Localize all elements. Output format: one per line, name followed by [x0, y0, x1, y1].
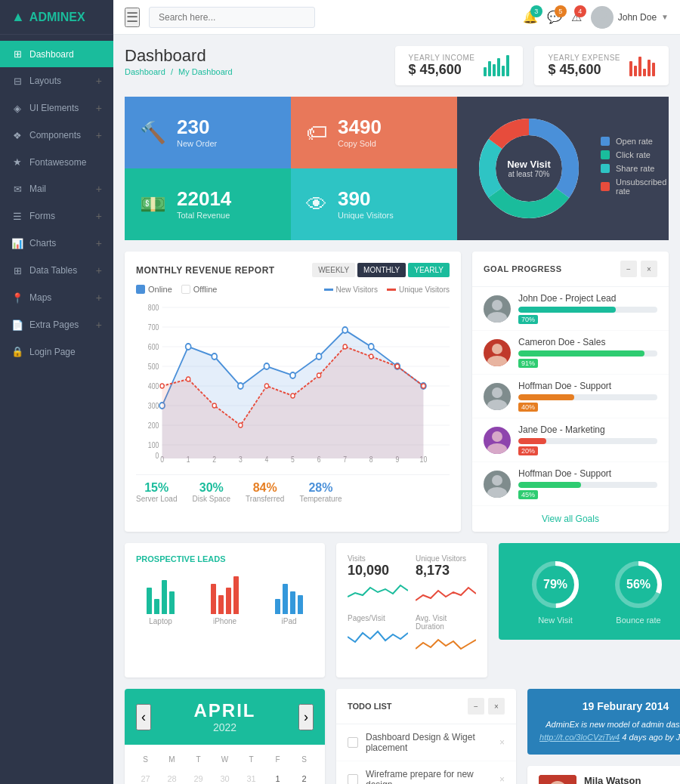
calendar-next-button[interactable]: › [298, 704, 314, 730]
offline-checkbox[interactable]: Offline [181, 285, 218, 294]
sidebar-item-label: Components [29, 130, 81, 140]
tab-weekly[interactable]: WEEKLY [312, 263, 355, 277]
sidebar-item-dashboard[interactable]: ⊞ Dashboard [0, 41, 113, 67]
chart-tabs: WEEKLY MONTHLY YEARLY [312, 263, 450, 277]
breadcrumb: Dashboard / My Dashboard [125, 67, 233, 76]
metric-unique-visitors[interactable]: 👁 390 Unique Visitors [291, 168, 457, 240]
sidebar-item-charts[interactable]: 📊 Charts + [0, 230, 113, 257]
online-checkbox[interactable]: Online [136, 285, 172, 294]
sidebar-item-layouts[interactable]: ⊟ Layouts + [0, 67, 113, 94]
svg-point-38 [212, 353, 217, 360]
chart-checkboxes: Online Offline New Visitors Unique Visit… [136, 285, 450, 294]
date-card-text: AdminEx is new model of admin dashboard … [539, 718, 680, 743]
svg-point-68 [487, 487, 507, 498]
donut-section: New Visit at least 70% Open rate Click r… [457, 97, 669, 240]
bell-notification[interactable]: 🔔 3 [523, 10, 538, 24]
bounce-label: Bounce rate [612, 616, 665, 625]
svg-point-59 [492, 300, 502, 310]
bar [169, 591, 175, 614]
metric-new-order[interactable]: 🔨 230 New Order [125, 97, 291, 168]
sidebar-item-label: Data Tables [29, 265, 77, 276]
sidebar-item-extra-pages[interactable]: 📄 Extra Pages + [0, 311, 113, 338]
sidebar-item-maps[interactable]: 📍 Maps + [0, 284, 113, 311]
goal-name: Jane Doe - Marketing [518, 424, 657, 435]
metric-value: 390 [338, 189, 394, 208]
goal-actions: − × [620, 261, 657, 277]
calendar-day[interactable]: 30 [212, 770, 238, 784]
sidebar-item-forms[interactable]: ☰ Forms + [0, 202, 113, 230]
expand-icon: + [96, 129, 102, 141]
goal-close-button[interactable]: × [641, 261, 657, 277]
ui-icon: ◈ [11, 103, 23, 114]
page-header: Dashboard Dashboard / My Dashboard YEARL… [125, 46, 669, 85]
calendar-day[interactable]: 1 [264, 770, 291, 784]
svg-point-52 [264, 384, 268, 388]
svg-point-55 [343, 344, 347, 349]
goal-name: Hoffman Doe - Support [518, 381, 657, 391]
goal-minimize-button[interactable]: − [620, 261, 637, 277]
sidebar-item-label: Fontawesome [29, 157, 86, 168]
svg-point-0 [598, 10, 607, 19]
sidebar-item-fontawesome[interactable]: ★ Fontawesome [0, 149, 113, 175]
chat-notification[interactable]: 💬 5 [547, 10, 562, 24]
pages-mini-chart [348, 625, 408, 648]
svg-text:500: 500 [148, 363, 159, 371]
goal-item-hoffman: Hoffman Doe - Support 40% [472, 375, 669, 418]
todo-minimize-button[interactable]: − [468, 698, 484, 715]
pages-visit-stat: Pages/Visit [348, 614, 408, 659]
calendar-day[interactable]: 27 [132, 770, 159, 784]
metric-server-load: 15% Server Load [136, 481, 177, 503]
circular-bounce-rate: 56% Bounce rate [612, 558, 665, 625]
metric-value: 3490 [338, 117, 382, 137]
bar [211, 584, 216, 614]
profile-name: Mila Watson [584, 775, 680, 784]
goal-pct-badge: 20% [518, 446, 538, 455]
charts-row: MONTHLY REVENUE REPORT WEEKLY MONTHLY YE… [125, 252, 669, 532]
date-card-link[interactable]: http://t.co/3loCVziTw4 [539, 733, 620, 742]
goal-pct-badge: 70% [518, 315, 538, 324]
svg-point-50 [212, 403, 216, 408]
legend-unsub-rate: Unsubscribed rate [601, 177, 666, 196]
search-input[interactable] [149, 7, 315, 28]
todo-delete-1[interactable]: × [499, 737, 505, 748]
calendar-day[interactable]: 31 [238, 770, 264, 784]
legend-dot [601, 182, 610, 191]
calendar-day[interactable]: 2 [291, 770, 317, 784]
sidebar-item-login[interactable]: 🔒 Login Page [0, 338, 113, 365]
metric-copy-sold[interactable]: 🏷 3490 Copy Sold [291, 97, 457, 168]
donut-subtitle: at least 70% [507, 170, 551, 178]
sidebar-item-data-tables[interactable]: ⊞ Data Tables + [0, 257, 113, 284]
calendar-prev-button[interactable]: ‹ [136, 704, 151, 730]
bell-badge: 3 [530, 5, 542, 17]
menu-toggle-button[interactable]: ☰ [125, 8, 140, 27]
bar [275, 599, 280, 614]
sidebar-item-components[interactable]: ❖ Components + [0, 122, 113, 149]
legend-dot [601, 150, 610, 159]
goal-header: GOAL PROGRESS − × [472, 252, 669, 287]
yearly-expense-value: $ 45,600 [548, 62, 620, 78]
sidebar-item-mail[interactable]: ✉ Mail + [0, 175, 113, 202]
todo-checkbox-1[interactable] [348, 737, 358, 748]
todo-checkbox-2[interactable] [348, 774, 358, 784]
sidebar-item-label: Layouts [29, 76, 61, 86]
calendar-day[interactable]: 29 [185, 770, 212, 784]
iphone-bars [211, 573, 239, 614]
expand-icon: + [96, 210, 102, 222]
todo-close-button[interactable]: × [488, 698, 505, 715]
calendar-day[interactable]: 28 [159, 770, 185, 784]
goal-progress-fill [518, 438, 546, 444]
view-all-goals-link[interactable]: View all Goals [472, 506, 669, 532]
alert-notification[interactable]: ⚠ 4 [571, 10, 582, 24]
svg-point-43 [342, 327, 348, 333]
svg-point-1 [594, 20, 610, 29]
metric-total-revenue[interactable]: 💵 22014 Total Revenue [125, 168, 291, 240]
ipad-bars [275, 573, 303, 614]
header-right: 🔔 3 💬 5 ⚠ 4 John Doe ▼ [523, 6, 669, 29]
sidebar: ▲ ADMINEX ⊞ Dashboard ⊟ Layouts + ◈ UI E… [0, 0, 113, 784]
todo-delete-2[interactable]: × [499, 774, 505, 784]
tab-monthly[interactable]: MONTHLY [357, 263, 406, 277]
sidebar-item-ui-elements[interactable]: ◈ UI Elements + [0, 94, 113, 122]
tab-yearly[interactable]: YEARLY [408, 263, 450, 277]
user-menu[interactable]: John Doe ▼ [591, 6, 669, 29]
tables-icon: ⊞ [11, 265, 23, 276]
